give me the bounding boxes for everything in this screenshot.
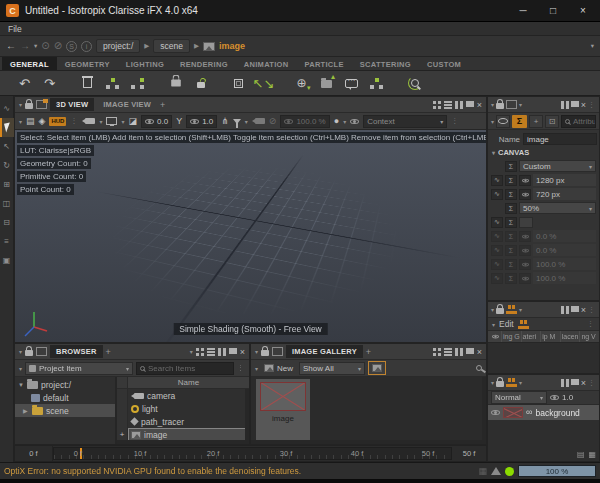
new-layer-icon[interactable]: ▤ — [577, 450, 585, 459]
shading-header-dropdown[interactable]: ▾ — [519, 306, 522, 313]
tool-select[interactable] — [0, 118, 14, 137]
pin-attribute-button[interactable]: ⊡ — [545, 115, 559, 128]
tab-browser[interactable]: BROWSER — [50, 345, 103, 358]
show-all-attributes-button[interactable] — [496, 115, 510, 128]
column-name-header[interactable]: Name — [128, 377, 249, 388]
tab-image-view[interactable]: IMAGE VIEW — [97, 98, 157, 111]
exposure-eye-icon[interactable] — [145, 119, 154, 124]
tab-3d-view[interactable]: 3D VIEW — [50, 98, 94, 111]
list-horizontal-scrollbar[interactable] — [117, 440, 249, 444]
sigma-icon[interactable]: Σ — [505, 203, 517, 214]
curve-icon[interactable]: ∿ — [491, 189, 503, 200]
layout-stack-icon[interactable] — [229, 348, 237, 356]
layout-rows-icon[interactable] — [207, 348, 215, 356]
panel-close-icon[interactable]: × — [477, 347, 482, 357]
eye-chip[interactable] — [519, 175, 531, 186]
vp-save-icon[interactable]: ▤ — [26, 117, 35, 126]
panel-detach-icon[interactable] — [506, 100, 517, 109]
breadcrumb-leaf[interactable]: image — [219, 41, 245, 51]
add-browser-tab-button[interactable]: + — [106, 347, 111, 357]
exposure-field[interactable]: 0.0 — [141, 115, 172, 128]
shading-rows-area[interactable] — [488, 343, 599, 373]
curve-icon[interactable]: ∿ — [491, 175, 503, 186]
breadcrumb-root[interactable]: project:/ — [96, 39, 140, 53]
height-field[interactable]: 720 px — [533, 188, 596, 200]
vp-dots-handle2[interactable]: ⋮ — [451, 117, 459, 125]
panel-detach-icon[interactable] — [36, 100, 47, 109]
name-field[interactable]: image — [523, 133, 597, 145]
layout-columns-icon[interactable] — [561, 306, 569, 314]
display-mode-dropdown[interactable]: ▾ — [121, 118, 124, 125]
tree-item-default[interactable]: default — [15, 391, 115, 404]
layout-columns-icon[interactable] — [455, 348, 463, 356]
panel-lock-icon[interactable] — [496, 381, 504, 387]
list-item-camera[interactable]: camera — [117, 389, 249, 402]
width-field[interactable]: 1280 px — [533, 174, 596, 186]
curve-icon[interactable]: ∿ — [491, 217, 503, 228]
layout-columns-icon[interactable] — [561, 379, 569, 387]
exposure-icon[interactable]: ◪ — [128, 117, 137, 126]
panel-detach-icon[interactable] — [36, 347, 47, 356]
list-header[interactable]: Name — [117, 377, 249, 389]
gamma-icon[interactable]: Y — [176, 117, 182, 126]
shading-sphere-icon[interactable]: ● — [334, 117, 339, 126]
gallery-filter-dropdown[interactable]: Show All ▾ — [299, 362, 365, 375]
gamma-eye-icon[interactable] — [190, 119, 199, 124]
column-material[interactable]: ateri — [521, 331, 541, 342]
layer-row-background[interactable]: ∞ background — [488, 405, 599, 420]
info-icon[interactable]: i — [81, 41, 92, 52]
layout-stack-icon[interactable] — [466, 101, 474, 109]
history-dropdown[interactable]: ▾ — [34, 43, 37, 50]
close-button[interactable]: × — [568, 1, 598, 21]
hud-toggle[interactable]: HUD — [49, 117, 66, 126]
edit-expander-icon[interactable]: ▾ — [492, 321, 495, 328]
layers-dots-handle[interactable]: ⋮ — [588, 379, 596, 387]
browser-options-dropdown[interactable]: ▾ — [19, 365, 22, 372]
layout-columns-icon[interactable] — [218, 348, 226, 356]
reload-icon[interactable]: ⊘ — [54, 41, 62, 51]
sigma-icon[interactable]: Σ — [505, 217, 517, 228]
tool-manipulator[interactable]: ◫ — [0, 194, 14, 213]
browser-search-input[interactable]: Search Items — [136, 362, 234, 375]
tab-image-gallery[interactable]: IMAGE GALLERY — [286, 345, 363, 358]
timeline-ruler[interactable]: 0 f 10 f 20 f 30 f 40 f 50 f — [53, 447, 452, 460]
filter-dropdown[interactable]: ▾ — [245, 118, 248, 125]
eye-chip[interactable] — [519, 189, 531, 200]
panel-close-icon[interactable]: × — [581, 378, 586, 388]
gallery-horizontal-scrollbar[interactable] — [251, 440, 486, 444]
filter-icon[interactable] — [233, 119, 241, 124]
tool-rotate[interactable]: ↻ — [0, 156, 14, 175]
attr-options-dropdown[interactable]: ▾ — [491, 118, 494, 125]
export-context-button[interactable] — [314, 73, 339, 94]
panel-menu-dropdown[interactable]: ▾ — [491, 379, 494, 386]
layout-grid-icon[interactable] — [433, 348, 441, 356]
list-item-path-tracer[interactable]: path_tracer — [117, 415, 249, 428]
browser-header-dropdown[interactable]: ▾ — [190, 348, 193, 355]
visibility-column[interactable] — [488, 331, 501, 342]
blend-mode-dropdown[interactable]: Normal ▾ — [491, 391, 547, 404]
forward-button[interactable]: → — [20, 41, 30, 51]
tab-geometry[interactable]: GEOMETRY — [57, 57, 118, 70]
panel-close-icon[interactable]: × — [581, 305, 586, 315]
tool-translate[interactable]: ↖ — [0, 137, 14, 156]
layout-rows-icon[interactable] — [444, 348, 452, 356]
vp-options-dropdown[interactable]: ▾ — [19, 118, 22, 125]
attr-dots-handle[interactable]: ⋮ — [588, 101, 596, 109]
shading-dots-handle[interactable]: ⋮ — [588, 306, 596, 314]
vp-navigate-icon[interactable]: ◈ — [39, 117, 46, 126]
camera-select-dropdown[interactable]: ▾ — [99, 118, 102, 125]
panel-lock-icon[interactable] — [25, 350, 33, 356]
maximize-button[interactable]: □ — [538, 1, 568, 21]
list-item-light[interactable]: light — [117, 402, 249, 415]
expander-open-icon[interactable]: ▼ — [18, 382, 24, 388]
panel-menu-dropdown[interactable]: ▾ — [491, 306, 494, 313]
layout-grid-icon[interactable] — [196, 348, 204, 356]
tab-particle[interactable]: PARTICLE — [296, 57, 351, 70]
snapshot-icon[interactable]: S — [66, 41, 77, 52]
layer-visibility-icon[interactable] — [491, 410, 500, 415]
log-icon[interactable]: ▦ — [478, 466, 487, 476]
gallery-options-dropdown[interactable]: ▾ — [255, 365, 258, 372]
attribute-search-input[interactable]: Attribute — [561, 115, 596, 128]
unlock-button[interactable] — [188, 73, 213, 94]
column-shading-group[interactable]: ing G — [501, 331, 521, 342]
